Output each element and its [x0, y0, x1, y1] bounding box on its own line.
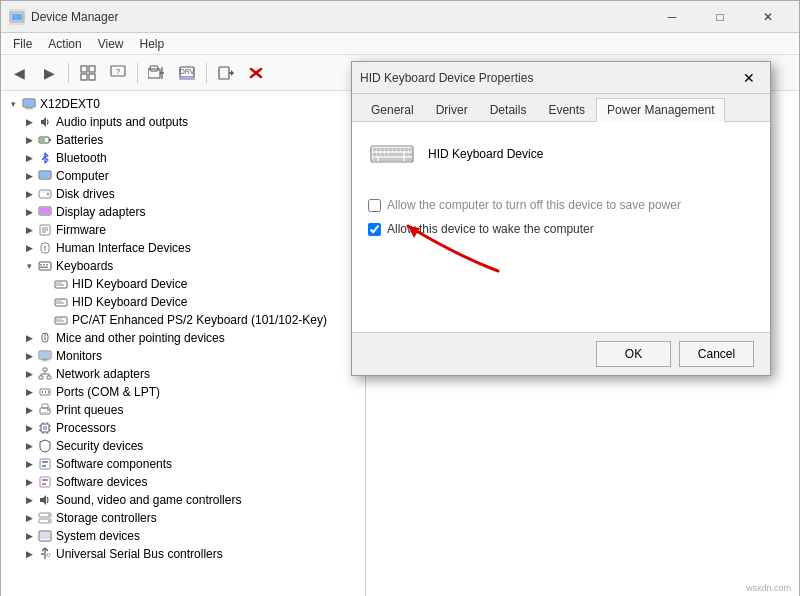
- svg-rect-68: [41, 361, 49, 362]
- expand-monitors[interactable]: ▶: [21, 348, 37, 364]
- close-button[interactable]: ✕: [745, 1, 791, 33]
- menu-view[interactable]: View: [90, 35, 132, 53]
- tree-label-hid-kbd-2: HID Keyboard Device: [72, 295, 191, 309]
- expand-batteries[interactable]: ▶: [21, 132, 37, 148]
- tree-item-audio[interactable]: ▶ Audio inputs and outputs: [1, 113, 365, 131]
- tree-item-ports[interactable]: ▶ Ports (COM & LPT): [1, 383, 365, 401]
- tree-item-disk[interactable]: ▶ Disk drives: [1, 185, 365, 203]
- tree-item-storage[interactable]: ▶ Storage controllers: [1, 509, 365, 527]
- expand-root[interactable]: ▾: [5, 96, 21, 112]
- forward-button[interactable]: ▶: [35, 59, 63, 87]
- tree-item-monitors[interactable]: ▶ Monitors: [1, 347, 365, 365]
- tree-item-hid-kbd-2[interactable]: ▶ HID Keyboard Device: [1, 293, 365, 311]
- expand-computer[interactable]: ▶: [21, 168, 37, 184]
- tree-label-bluetooth: Bluetooth: [56, 151, 111, 165]
- svg-rect-53: [56, 301, 58, 302]
- update-driver-button[interactable]: DRV: [173, 59, 201, 87]
- svg-rect-105: [40, 532, 50, 539]
- tree-item-display[interactable]: ▶ Display adapters: [1, 203, 365, 221]
- tree-item-software-dev[interactable]: ▶ Software devices: [1, 473, 365, 491]
- ok-button[interactable]: OK: [596, 341, 671, 367]
- expand-ports[interactable]: ▶: [21, 384, 37, 400]
- svg-marker-17: [231, 70, 234, 76]
- tree-item-network[interactable]: ▶ Network adapters: [1, 365, 365, 383]
- svg-rect-56: [56, 303, 64, 304]
- menu-action[interactable]: Action: [40, 35, 89, 53]
- expand-sound[interactable]: ▶: [21, 492, 37, 508]
- tree-item-print[interactable]: ▶ Print queues: [1, 401, 365, 419]
- menu-help[interactable]: Help: [132, 35, 173, 53]
- tree-item-computer[interactable]: ▶ Computer: [1, 167, 365, 185]
- menu-bar: File Action View Help: [1, 33, 799, 55]
- tree-item-hid[interactable]: ▶ Human Interface Devices: [1, 239, 365, 257]
- monitors-icon: [37, 348, 53, 364]
- expand-network[interactable]: ▶: [21, 366, 37, 382]
- expand-hid[interactable]: ▶: [21, 240, 37, 256]
- tab-general[interactable]: General: [360, 98, 425, 122]
- tree-item-hid-kbd-1[interactable]: ▶ HID Keyboard Device: [1, 275, 365, 293]
- uninstall-button[interactable]: [242, 59, 270, 87]
- menu-file[interactable]: File: [5, 35, 40, 53]
- dialog-close-button[interactable]: ✕: [736, 65, 762, 91]
- svg-rect-116: [389, 148, 392, 151]
- tab-power-management[interactable]: Power Management: [596, 98, 725, 122]
- expand-firmware[interactable]: ▶: [21, 222, 37, 238]
- expand-mice[interactable]: ▶: [21, 330, 37, 346]
- expand-disk[interactable]: ▶: [21, 186, 37, 202]
- expand-usb[interactable]: ▶: [21, 546, 37, 562]
- svg-rect-4: [81, 74, 87, 80]
- expand-keyboards[interactable]: ▾: [21, 258, 37, 274]
- svg-rect-82: [42, 412, 48, 414]
- tree-item-root[interactable]: ▾ X12DEXT0: [1, 95, 365, 113]
- svg-rect-122: [373, 153, 376, 156]
- expand-software-comp[interactable]: ▶: [21, 456, 37, 472]
- tree-item-processors[interactable]: ▶ Processors: [1, 419, 365, 437]
- tab-events[interactable]: Events: [537, 98, 596, 122]
- svg-rect-50: [60, 283, 62, 284]
- cancel-button[interactable]: Cancel: [679, 341, 754, 367]
- minimize-button[interactable]: ─: [649, 1, 695, 33]
- tree-item-keyboards[interactable]: ▾ Keyboards: [1, 257, 365, 275]
- back-button[interactable]: ◀: [5, 59, 33, 87]
- dialog-tabs: General Driver Details Events Power Mana…: [352, 94, 770, 122]
- dialog-title: HID Keyboard Device Properties: [360, 71, 736, 85]
- svg-rect-124: [381, 153, 384, 156]
- maximize-button[interactable]: □: [697, 1, 743, 33]
- svg-rect-98: [42, 479, 48, 481]
- tree-panel[interactable]: ▾ X12DEXT0 ▶ Audio inputs and outputs ▶: [1, 91, 366, 596]
- tree-item-pcat-kbd[interactable]: ▶ PC/AT Enhanced PS/2 Keyboard (101/102-…: [1, 311, 365, 329]
- scan-hardware-button[interactable]: [212, 59, 240, 87]
- expand-print[interactable]: ▶: [21, 402, 37, 418]
- svg-rect-55: [60, 301, 62, 302]
- tree-item-bluetooth[interactable]: ▶ Bluetooth: [1, 149, 365, 167]
- tree-item-usb[interactable]: ▶ Universal Serial Bus controllers: [1, 545, 365, 563]
- expand-storage[interactable]: ▶: [21, 510, 37, 526]
- svg-rect-48: [56, 283, 58, 284]
- tree-item-sound[interactable]: ▶ Sound, video and game controllers: [1, 491, 365, 509]
- svg-rect-5: [89, 74, 95, 80]
- svg-point-103: [48, 520, 50, 522]
- show-hidden-button[interactable]: [74, 59, 102, 87]
- toolbar-separator-1: [68, 63, 69, 83]
- expand-processors[interactable]: ▶: [21, 420, 37, 436]
- keyboards-icon: [37, 258, 53, 274]
- expand-bluetooth[interactable]: ▶: [21, 150, 37, 166]
- tree-item-system[interactable]: ▶ System devices: [1, 527, 365, 545]
- expand-audio[interactable]: ▶: [21, 114, 37, 130]
- tab-details[interactable]: Details: [479, 98, 538, 122]
- tree-item-batteries[interactable]: ▶ Batteries: [1, 131, 365, 149]
- expand-security[interactable]: ▶: [21, 438, 37, 454]
- tree-item-firmware[interactable]: ▶ Firmware: [1, 221, 365, 239]
- tab-driver[interactable]: Driver: [425, 98, 479, 122]
- expand-software-dev[interactable]: ▶: [21, 474, 37, 490]
- system-icon: [37, 528, 53, 544]
- tree-item-mice[interactable]: ▶ Mice and other pointing devices: [1, 329, 365, 347]
- tree-item-software-comp[interactable]: ▶ Software components: [1, 455, 365, 473]
- expand-system[interactable]: ▶: [21, 528, 37, 544]
- help-button[interactable]: ?: [104, 59, 132, 87]
- device-icon: [368, 138, 416, 170]
- window-controls: ─ □ ✕: [649, 1, 791, 33]
- tree-item-security[interactable]: ▶ Security devices: [1, 437, 365, 455]
- properties-button[interactable]: [143, 59, 171, 87]
- expand-display[interactable]: ▶: [21, 204, 37, 220]
